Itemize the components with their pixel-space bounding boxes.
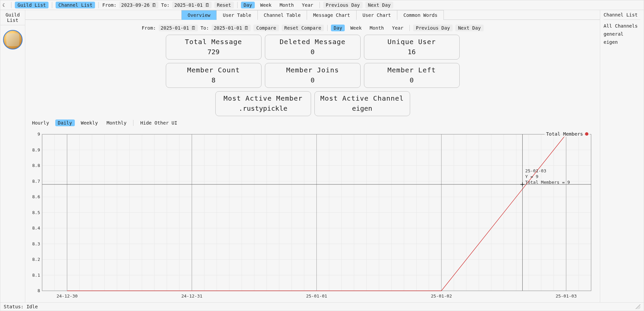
stat-label: Deleted Message (269, 38, 357, 46)
compare-previous-day-button[interactable]: Previous Day (413, 25, 453, 31)
compare-from-value: 2025-01-01 (161, 25, 189, 31)
channel-item-general[interactable]: general (604, 30, 640, 38)
svg-text:8.4: 8.4 (32, 226, 40, 231)
calendar-icon[interactable]: 🗓 (152, 2, 156, 8)
svg-text:8.6: 8.6 (32, 194, 40, 199)
previous-day-button[interactable]: Previous Day (323, 2, 363, 8)
compare-range-year[interactable]: Year (389, 25, 406, 31)
stat-member-left: Member Left 0 (364, 63, 460, 88)
stat-most-active-member: Most Active Member .rustypickle (215, 91, 311, 116)
svg-text:8.5: 8.5 (32, 210, 40, 215)
overview-stats: Total Message 729 Deleted Message 0 Uniq… (25, 35, 600, 116)
main-tabs: Overview User Table Channel Table Messag… (25, 10, 600, 20)
reset-compare-button[interactable]: Reset Compare (282, 25, 324, 31)
svg-text:8.1: 8.1 (32, 273, 40, 278)
stat-value: 0 (269, 48, 357, 56)
svg-text:24-12-31: 24-12-31 (181, 293, 203, 299)
stat-unique-user: Unique User 16 (364, 35, 460, 60)
from-date-value: 2023-09-26 (121, 2, 150, 8)
svg-text:8.2: 8.2 (32, 257, 40, 262)
stat-label: Member Count (170, 66, 258, 74)
stat-label: Total Message (170, 38, 258, 46)
status-text: Status: Idle (4, 304, 38, 309)
svg-text:8: 8 (37, 288, 40, 293)
theme-toggle-icon[interactable]: ☾ (2, 2, 8, 8)
guild-list-panel: Guild List (0, 10, 25, 302)
granularity-hourly[interactable]: Hourly (29, 119, 52, 126)
hide-other-ui-button[interactable]: Hide Other UI (137, 119, 180, 126)
reset-button[interactable]: Reset (214, 2, 234, 8)
tab-user-chart[interactable]: User Chart (357, 10, 397, 20)
stat-member-count: Member Count 8 (166, 63, 262, 88)
granularity-weekly[interactable]: Weekly (78, 119, 101, 126)
channel-item-all[interactable]: All Channels (604, 22, 640, 30)
compare-next-day-button[interactable]: Next Day (455, 25, 483, 31)
separator (327, 25, 328, 31)
chart-granularity-toolbar: Hourly Daily Weekly Monthly Hide Other U… (25, 116, 600, 128)
stat-label: Unique User (368, 38, 456, 46)
range-day[interactable]: Day (241, 2, 255, 8)
from-date-input[interactable]: 2023-09-26 🗓 (119, 2, 158, 8)
calendar-icon[interactable]: 🗓 (191, 25, 196, 31)
compare-to-value: 2025-01-01 (214, 25, 242, 31)
range-week[interactable]: Week (257, 2, 274, 8)
svg-text:8.8: 8.8 (32, 163, 40, 168)
chart-hover-tooltip: 25-01-03 Y = 9 Total Members = 9 (525, 168, 570, 185)
range-year[interactable]: Year (299, 2, 316, 8)
compare-button[interactable]: Compare (253, 25, 279, 31)
guild-avatar[interactable] (3, 30, 23, 49)
tab-overview[interactable]: Overview (181, 10, 217, 20)
channel-item-eigen[interactable]: eigen (604, 38, 640, 46)
stat-label: Member Left (368, 66, 456, 74)
granularity-daily[interactable]: Daily (55, 119, 75, 126)
members-chart[interactable]: 88.18.28.38.48.58.68.78.88.9924-12-3024-… (29, 128, 596, 302)
granularity-monthly[interactable]: Monthly (104, 119, 129, 126)
calendar-icon[interactable]: 🗓 (205, 2, 210, 8)
to-date-input[interactable]: 2025-01-01 🗓 (172, 2, 211, 8)
tab-message-chart[interactable]: Message Chart (307, 10, 357, 20)
legend-label: Total Members (546, 131, 583, 137)
stat-most-active-channel: Most Active Channel eigen (314, 91, 410, 116)
calendar-icon[interactable]: 🗓 (244, 25, 249, 31)
separator (319, 2, 320, 8)
top-toolbar: ☾ Guild List Channel List From: 2023-09-… (0, 0, 644, 10)
svg-text:25-01-01: 25-01-01 (306, 293, 327, 299)
to-label: To: (161, 2, 170, 8)
stat-value: 8 (170, 76, 258, 84)
separator (98, 2, 99, 8)
chart-legend: Total Members (545, 131, 590, 137)
chart-container[interactable]: 88.18.28.38.48.58.68.78.88.9924-12-3024-… (29, 128, 596, 302)
compare-to-label: To: (201, 25, 209, 31)
tab-user-table[interactable]: User Table (217, 10, 257, 20)
svg-text:24-12-30: 24-12-30 (57, 293, 78, 299)
compare-to-date-input[interactable]: 2025-01-01 🗓 (212, 25, 251, 31)
guild-list-title: Guild List (0, 10, 25, 25)
guild-list-toggle[interactable]: Guild List (15, 2, 49, 8)
stat-value: 0 (269, 76, 357, 84)
stat-member-joins: Member Joins 0 (265, 63, 361, 88)
stat-value: 16 (368, 48, 456, 56)
resize-grip-icon[interactable] (636, 304, 640, 309)
stat-total-message: Total Message 729 (166, 35, 262, 60)
channel-list-toggle[interactable]: Channel List (56, 2, 95, 8)
svg-text:8.9: 8.9 (32, 147, 40, 152)
separator (133, 120, 133, 126)
stat-value: 0 (368, 76, 456, 84)
next-day-button[interactable]: Next Day (365, 2, 393, 8)
stat-label: Member Joins (269, 66, 357, 74)
compare-range-month[interactable]: Month (367, 25, 387, 31)
compare-range-week[interactable]: Week (347, 25, 364, 31)
stat-label: Most Active Member (219, 94, 307, 102)
to-date-value: 2025-01-01 (174, 2, 203, 8)
legend-marker-icon (585, 132, 588, 136)
compare-range-day[interactable]: Day (331, 25, 345, 31)
compare-from-date-input[interactable]: 2025-01-01 🗓 (159, 25, 198, 31)
separator (11, 2, 11, 8)
stat-label: Most Active Channel (318, 94, 406, 102)
stat-value: 729 (170, 48, 258, 56)
tab-channel-table[interactable]: Channel Table (258, 10, 307, 20)
range-month[interactable]: Month (277, 2, 297, 8)
separator (237, 2, 238, 8)
stat-value: eigen (318, 104, 406, 112)
tab-common-words[interactable]: Common Words (397, 10, 444, 20)
